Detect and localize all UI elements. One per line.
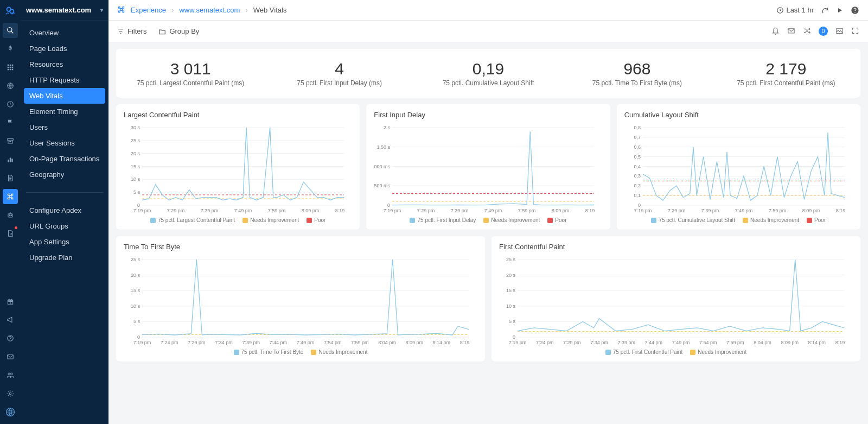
sidebar-item-on-page-transactions[interactable]: On-Page Transactions xyxy=(24,151,105,167)
breadcrumb-mid[interactable]: www.sematext.com xyxy=(179,6,240,14)
play-icon[interactable] xyxy=(837,7,843,14)
document-icon[interactable] xyxy=(3,170,18,186)
svg-text:7:19 pm: 7:19 pm xyxy=(384,208,401,213)
svg-text:8:09 pm: 8:09 pm xyxy=(781,340,799,345)
sidebar-item-url-groups[interactable]: URL Groups xyxy=(24,218,105,234)
svg-rect-6 xyxy=(12,65,13,66)
envelope-icon[interactable] xyxy=(787,27,795,36)
sidebar-item-overview[interactable]: Overview xyxy=(24,25,105,41)
sidebar-item-geography[interactable]: Geography xyxy=(24,167,105,182)
breadcrumb-current: Web Vitals xyxy=(253,6,287,14)
kpi-value: 4 xyxy=(265,60,413,78)
breadcrumb-root[interactable]: Experience xyxy=(131,6,166,14)
svg-text:7:49 pm: 7:49 pm xyxy=(234,208,252,213)
sidebar-item-configure-apdex[interactable]: Configure Apdex xyxy=(24,202,105,218)
svg-text:0,1: 0,1 xyxy=(634,193,641,198)
svg-text:7:29 pm: 7:29 pm xyxy=(188,340,206,345)
kpi: 0,1975 pctl. Cumulative Layout Shift xyxy=(414,60,563,87)
chart-legend: 75 pctl. Cumulative Layout ShiftNeeds Im… xyxy=(624,217,853,223)
svg-point-26 xyxy=(8,373,10,375)
kpi-label: 75 pctl. First Input Delay (ms) xyxy=(265,79,413,87)
chart-legend: 75 pctl. First Input DelayNeeds Improvem… xyxy=(374,217,602,223)
svg-point-21 xyxy=(9,215,10,216)
apps-grid-icon[interactable] xyxy=(3,60,18,75)
chevron-down-icon: ▾ xyxy=(100,7,103,13)
kpi-label: 75 pctl. Cumulative Layout Shift xyxy=(414,79,563,87)
svg-text:7:39 pm: 7:39 pm xyxy=(701,208,719,213)
shuffle-icon[interactable] xyxy=(803,27,811,36)
sidebar: www.sematext.com ▾ OverviewPage LoadsRes… xyxy=(21,0,108,424)
sidebar-item-upgrade-plan[interactable]: Upgrade Plan xyxy=(24,250,105,265)
filters-button[interactable]: Filters xyxy=(117,27,146,35)
sidebar-item-web-vitals[interactable]: Web Vitals xyxy=(24,88,105,104)
panel-title: First Contentful Paint xyxy=(499,243,853,251)
sidebar-item-page-loads[interactable]: Page Loads xyxy=(24,41,105,56)
breadcrumb-sep: › xyxy=(245,6,247,14)
svg-rect-8 xyxy=(10,67,11,68)
svg-text:0: 0 xyxy=(137,334,140,340)
svg-text:7:24 pm: 7:24 pm xyxy=(536,340,554,345)
bell-icon[interactable] xyxy=(771,27,780,36)
kpi-value: 968 xyxy=(563,60,711,78)
archive-icon[interactable] xyxy=(3,134,18,149)
sidebar-app-name: www.sematext.com xyxy=(26,6,91,14)
svg-text:25 s: 25 s xyxy=(131,138,141,143)
search-icon[interactable] xyxy=(3,23,18,38)
svg-text:20 s: 20 s xyxy=(131,273,141,278)
svg-text:7:59 pm: 7:59 pm xyxy=(518,208,536,213)
kpi-value: 2 179 xyxy=(712,60,860,78)
screenshot-icon[interactable] xyxy=(835,27,844,36)
svg-text:8:09 pm: 8:09 pm xyxy=(802,208,820,213)
help-circle-icon[interactable] xyxy=(851,6,859,15)
alert-circle-icon[interactable] xyxy=(3,97,18,112)
rocket-icon[interactable] xyxy=(3,41,18,56)
kpi: 3 01175 pctl. Largest Contentful Paint (… xyxy=(116,60,265,87)
sidebar-item-user-sessions[interactable]: User Sessions xyxy=(24,135,105,151)
team-icon[interactable] xyxy=(3,368,18,383)
export-icon[interactable] xyxy=(3,226,18,241)
globe-icon[interactable] xyxy=(3,78,18,93)
sidebar-item-http-requests[interactable]: HTTP Requests xyxy=(24,72,105,88)
svg-text:8:09 pm: 8:09 pm xyxy=(552,208,570,213)
sidebar-item-resources[interactable]: Resources xyxy=(24,56,105,72)
main-area: Experience › www.sematext.com › Web Vita… xyxy=(108,0,868,424)
experience-icon[interactable] xyxy=(3,189,18,204)
refresh-icon[interactable] xyxy=(821,7,829,14)
app-logo-icon[interactable] xyxy=(4,4,16,20)
svg-rect-16 xyxy=(8,160,9,162)
panel-cls: Cumulative Layout Shift 00,10,20,30,40,5… xyxy=(617,104,860,230)
svg-text:8:19 pm: 8:19 pm xyxy=(585,208,596,213)
bar-chart-icon[interactable] xyxy=(3,152,18,167)
svg-rect-18 xyxy=(11,159,12,162)
gift-icon[interactable] xyxy=(3,294,18,309)
svg-text:10 s: 10 s xyxy=(506,303,516,309)
groupby-button[interactable]: Group By xyxy=(158,27,199,35)
panel-fcp: First Contentful Paint 05 s10 s15 s20 s2… xyxy=(492,236,860,362)
sidebar-app-selector[interactable]: www.sematext.com ▾ xyxy=(21,0,108,21)
sidebar-item-app-settings[interactable]: App Settings xyxy=(24,234,105,250)
sidebar-item-element-timing[interactable]: Element Timing xyxy=(24,104,105,119)
kpi-label: 75 pctl. First Contentful Paint (ms) xyxy=(712,79,860,87)
count-badge[interactable]: 0 xyxy=(819,27,828,36)
robot-icon[interactable] xyxy=(3,207,18,223)
kpi-value: 0,19 xyxy=(414,60,563,78)
svg-text:8:04 pm: 8:04 pm xyxy=(754,340,771,345)
mail-icon[interactable] xyxy=(3,349,18,364)
flag-icon[interactable] xyxy=(3,115,18,130)
time-range-selector[interactable]: Last 1 hr xyxy=(776,6,814,14)
gear-icon[interactable] xyxy=(3,386,18,401)
fullscreen-icon[interactable] xyxy=(851,27,859,36)
chart-legend: 75 pctl. Time To First ByteNeeds Improve… xyxy=(124,349,477,355)
svg-text:7:59 pm: 7:59 pm xyxy=(351,340,369,345)
svg-rect-19 xyxy=(9,195,11,198)
svg-text:7:54 pm: 7:54 pm xyxy=(324,340,342,345)
sidebar-item-users[interactable]: Users xyxy=(24,119,105,135)
svg-text:8:09 pm: 8:09 pm xyxy=(405,340,423,345)
megaphone-icon[interactable] xyxy=(3,312,18,327)
svg-text:15 s: 15 s xyxy=(131,288,141,293)
region-globe-icon[interactable] xyxy=(3,404,18,420)
svg-text:7:39 pm: 7:39 pm xyxy=(451,208,469,213)
svg-text:8:19 pm: 8:19 pm xyxy=(835,340,846,345)
svg-point-3 xyxy=(10,47,11,48)
help-icon[interactable] xyxy=(3,331,18,346)
